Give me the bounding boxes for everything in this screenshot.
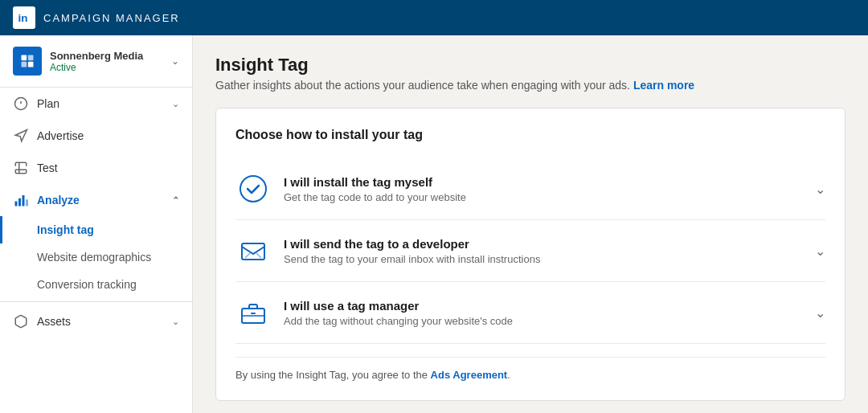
card-title: Choose how to install your tag: [235, 128, 825, 142]
email-icon: [235, 233, 271, 268]
sidebar-item-plan[interactable]: Plan ⌄: [0, 88, 192, 120]
option-install-myself[interactable]: I will install the tag myself Get the ta…: [235, 158, 825, 220]
install-options-card: Choose how to install your tag I will in…: [215, 108, 845, 401]
sidebar-subitem-conversion-tracking[interactable]: Conversion tracking: [0, 271, 192, 298]
analyze-label: Analyze: [37, 194, 172, 206]
analyze-chevron-icon: ⌃: [172, 195, 179, 206]
assets-chevron-icon: ⌄: [172, 317, 179, 327]
svg-rect-3: [22, 62, 27, 67]
card-footer: By using the Insight Tag, you agree to t…: [235, 357, 825, 381]
check-circle-icon: [235, 171, 271, 206]
test-icon: [13, 161, 29, 175]
option-install-myself-desc: Get the tag code to add to your website: [284, 191, 805, 203]
account-info: Sonnenberg Media Active: [50, 50, 171, 73]
svg-rect-4: [28, 62, 34, 67]
linkedin-icon: in: [13, 6, 35, 29]
logo[interactable]: in CAMPAIGN MANAGER: [13, 6, 180, 29]
plan-chevron-icon: ⌄: [172, 99, 179, 109]
assets-label: Assets: [37, 315, 172, 328]
option-tag-manager-title: I will use a tag manager: [284, 299, 805, 313]
option-send-developer-desc: Send the tag to your email inbox with in…: [284, 253, 805, 265]
option-tag-manager-text: I will use a tag manager Add the tag wit…: [284, 299, 805, 327]
account-name: Sonnenberg Media: [50, 50, 171, 62]
sidebar-subitem-insight-tag[interactable]: Insight tag: [0, 216, 192, 243]
page-subtitle: Gather insights about the actions your a…: [215, 79, 845, 92]
option-tag-manager[interactable]: I will use a tag manager Add the tag wit…: [235, 282, 825, 344]
account-chevron-icon: ⌄: [171, 55, 179, 67]
option-tag-manager-desc: Add the tag without changing your websit…: [284, 315, 805, 327]
option-send-developer-title: I will send the tag to a developer: [284, 237, 805, 251]
svg-rect-8: [15, 202, 18, 206]
account-selector[interactable]: Sonnenberg Media Active ⌄: [0, 35, 192, 88]
briefcase-icon: [235, 295, 271, 330]
option-send-developer[interactable]: I will send the tag to a developer Send …: [235, 220, 825, 282]
sidebar-divider: [0, 301, 192, 302]
advertise-icon: [13, 129, 29, 143]
top-navigation: in CAMPAIGN MANAGER: [0, 0, 868, 35]
assets-icon: [13, 314, 29, 329]
svg-rect-10: [23, 195, 25, 206]
svg-point-12: [240, 176, 266, 202]
option-tag-manager-chevron-icon: ⌄: [815, 305, 825, 321]
svg-rect-11: [26, 199, 28, 206]
svg-rect-1: [22, 55, 27, 61]
option-install-myself-chevron-icon: ⌄: [815, 182, 825, 197]
page-title: Insight Tag: [215, 55, 845, 76]
website-demographics-label: Website demographics: [37, 251, 151, 264]
app-title: CAMPAIGN MANAGER: [43, 12, 180, 24]
option-install-myself-text: I will install the tag myself Get the ta…: [284, 175, 805, 203]
option-send-developer-chevron-icon: ⌄: [815, 243, 825, 259]
insight-tag-label: Insight tag: [37, 223, 94, 236]
ads-agreement-link[interactable]: Ads Agreement: [431, 369, 508, 381]
option-install-myself-title: I will install the tag myself: [284, 175, 805, 189]
plan-icon: [13, 96, 29, 111]
sidebar-item-test[interactable]: Test: [0, 152, 192, 184]
sidebar-item-analyze[interactable]: Analyze ⌃: [0, 184, 192, 216]
footer-text: By using the Insight Tag, you agree to t…: [235, 369, 431, 381]
sidebar-item-advertise[interactable]: Advertise: [0, 120, 192, 152]
advertise-label: Advertise: [37, 129, 179, 142]
main-content: Insight Tag Gather insights about the ac…: [193, 35, 868, 413]
conversion-tracking-label: Conversion tracking: [37, 278, 137, 291]
plan-label: Plan: [37, 97, 172, 110]
learn-more-link[interactable]: Learn more: [633, 79, 694, 92]
svg-rect-9: [18, 198, 21, 206]
sidebar-subitem-website-demographics[interactable]: Website demographics: [0, 243, 192, 271]
account-status: Active: [50, 62, 171, 73]
svg-text:in: in: [18, 12, 28, 24]
test-label: Test: [37, 162, 179, 174]
analyze-icon: [13, 193, 29, 207]
account-avatar: [13, 47, 42, 76]
sidebar-item-assets[interactable]: Assets ⌄: [0, 305, 192, 337]
footer-end: .: [507, 369, 510, 381]
option-send-developer-text: I will send the tag to a developer Send …: [284, 237, 805, 265]
sidebar: Sonnenberg Media Active ⌄ Plan ⌄: [0, 35, 193, 413]
page-header: Insight Tag Gather insights about the ac…: [215, 55, 845, 92]
main-layout: Sonnenberg Media Active ⌄ Plan ⌄: [0, 35, 868, 413]
svg-rect-2: [28, 55, 34, 61]
